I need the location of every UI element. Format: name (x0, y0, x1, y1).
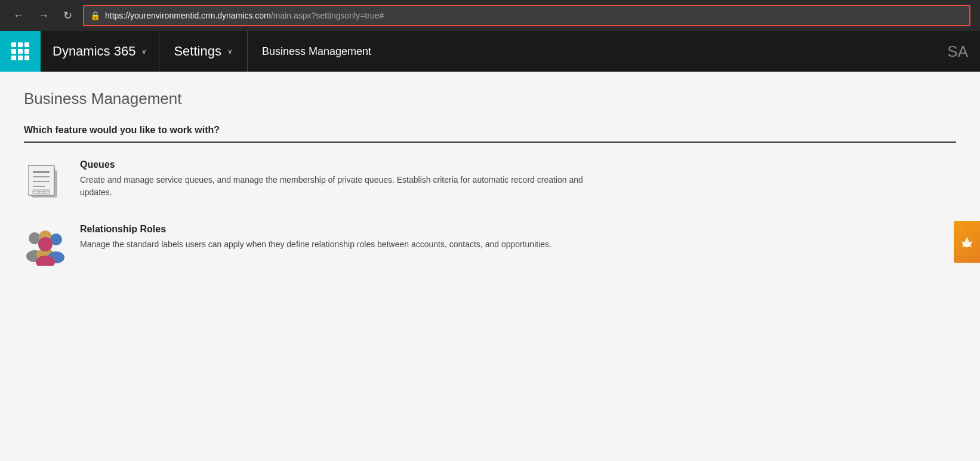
queues-name: Queues (80, 159, 956, 170)
queues-text: Queues Create and manage service queues,… (80, 159, 956, 199)
page-title: Business Management (24, 90, 956, 108)
side-nav-arrow[interactable] (954, 221, 980, 263)
back-button[interactable]: ← (10, 8, 27, 23)
app-logo[interactable] (0, 31, 41, 72)
relationship-roles-feature-item[interactable]: Relationship Roles Manage the standard l… (24, 224, 956, 267)
queues-feature-item[interactable]: Queues Create and manage service queues,… (24, 159, 956, 202)
settings-label: Settings (174, 44, 221, 59)
settings-menu-button[interactable]: Settings ∨ (159, 31, 248, 72)
relationship-roles-icon (24, 224, 67, 267)
relationship-roles-description: Manage the standard labels users can app… (80, 238, 617, 251)
section-heading: Which feature would you like to work wit… (24, 125, 956, 143)
relationship-roles-text: Relationship Roles Manage the standard l… (80, 224, 956, 251)
app-name-label: Dynamics 365 (53, 44, 135, 59)
settings-chevron: ∨ (227, 47, 233, 56)
header-section-label: Business Management (248, 31, 386, 72)
refresh-button[interactable]: ↻ (60, 8, 76, 23)
grid-icon (11, 42, 29, 60)
relationship-roles-name: Relationship Roles (80, 224, 956, 235)
address-bar[interactable]: 🔒 https://yourenvironmentid.crm.dynamics… (83, 5, 970, 26)
main-content: Business Management Which feature would … (0, 72, 980, 461)
app-name-button[interactable]: Dynamics 365 ∨ (41, 31, 159, 72)
browser-chrome: ← → ↻ 🔒 https://yourenvironmentid.crm.dy… (0, 0, 980, 31)
queues-description: Create and manage service queues, and ma… (80, 174, 617, 199)
app-header: Dynamics 365 ∨ Settings ∨ Business Manag… (0, 31, 980, 72)
svg-point-17 (38, 237, 53, 251)
forward-button[interactable]: → (35, 8, 53, 23)
app-name-chevron: ∨ (141, 47, 147, 56)
avatar[interactable]: SA (935, 42, 980, 61)
svg-rect-2 (28, 165, 54, 195)
lock-icon: 🔒 (90, 11, 100, 20)
url-text: https://yourenvironmentid.crm.dynamics.c… (105, 11, 963, 20)
queues-icon (24, 159, 67, 202)
